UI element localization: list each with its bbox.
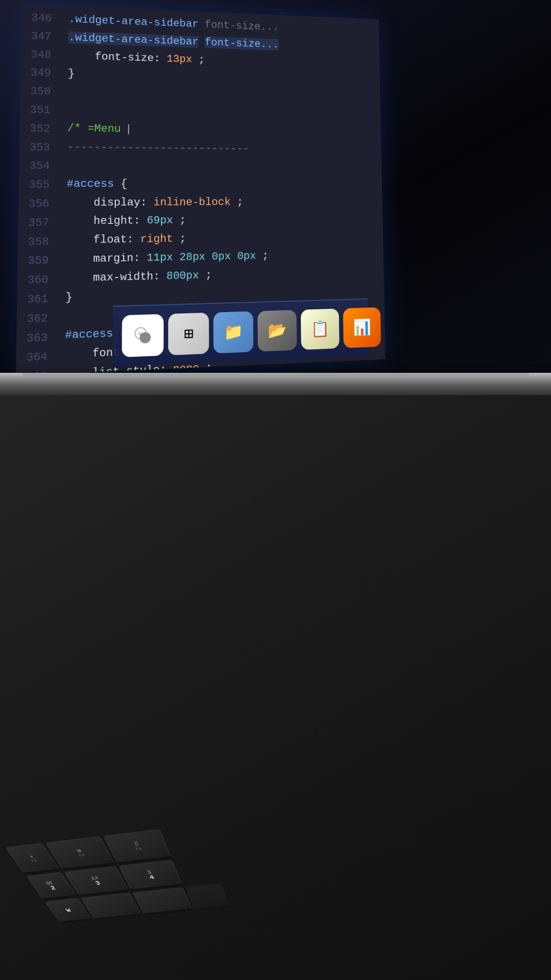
code-token: font-size: <box>68 49 166 64</box>
line-num-362: 362 <box>16 309 55 329</box>
line-num-349: 349 <box>20 63 59 83</box>
code-token: #access <box>67 178 114 190</box>
line-num-348: 348 <box>21 45 59 65</box>
line-num-363: 363 <box>16 328 55 349</box>
line-num-360: 360 <box>17 270 56 290</box>
line-num-353: 353 <box>19 138 58 157</box>
line-num-346: 346 <box>21 8 59 28</box>
code-token: ; <box>262 250 268 262</box>
line-num-350: 350 <box>20 82 58 102</box>
code-token: float: <box>66 233 140 246</box>
line-num-358: 358 <box>18 233 57 252</box>
code-line-353: ---------------------------- <box>67 138 373 159</box>
code-token: ; <box>205 269 212 281</box>
code-token: 11px 28px 0px 0px <box>147 250 256 264</box>
line-num-355: 355 <box>19 176 57 195</box>
key-f4[interactable]: ⠿ F4 <box>103 829 171 863</box>
code-token: ; <box>180 233 186 245</box>
dock-item-notes[interactable]: 📋 <box>301 308 339 350</box>
code-token: /* =Menu <box>67 122 121 135</box>
code-token: height: <box>66 214 147 227</box>
laptop-base: ✳ F2 ⊞ F3 ⠿ F4 @€ 2 £# <box>0 395 551 980</box>
code-token: 69px <box>147 214 173 227</box>
laptop-screen: 346 347 348 349 350 351 352 353 354 355 … <box>16 4 386 375</box>
code-line-355: #access { <box>67 175 374 194</box>
key-extra3[interactable] <box>185 883 228 909</box>
code-token: { <box>121 178 127 190</box>
mac-dock: ☺ ⊞ 📁 📂 📋 📊 📈 ▊ ⚙️ <box>112 299 369 367</box>
laptop-hinge <box>0 373 551 395</box>
code-token: max-width: <box>66 270 166 285</box>
code-token: ; <box>237 196 243 208</box>
key-extra1[interactable] <box>80 893 141 919</box>
code-token: display: <box>67 196 153 209</box>
code-token: 800px <box>166 269 199 282</box>
dock-item-finder[interactable]: ☺ <box>122 314 164 357</box>
line-num-364: 364 <box>16 348 55 368</box>
code-token: ---------------------------- <box>67 141 249 154</box>
code-token: .widget-area-sidebar <box>68 31 199 47</box>
key-4[interactable]: $ 4 <box>118 860 182 890</box>
line-num-347: 347 <box>21 27 59 46</box>
code-token: .widget-area-sidebar <box>68 13 198 30</box>
svg-text:☺: ☺ <box>138 331 142 337</box>
line-num-357: 357 <box>18 213 57 233</box>
code-token: } <box>66 291 73 304</box>
laptop-hinge-inner <box>22 373 529 376</box>
code-line-354 <box>67 157 374 176</box>
code-token: margin: <box>66 252 146 265</box>
dock-item-app-orange[interactable]: 📊 <box>343 307 381 348</box>
dock-item-folder1[interactable]: 📁 <box>213 311 253 353</box>
line-num-354: 354 <box>19 157 58 176</box>
code-token: ; <box>180 214 186 226</box>
code-token: inline-block <box>153 196 231 208</box>
code-token: font-size... <box>205 19 279 33</box>
line-num-361: 361 <box>17 289 56 310</box>
text-cursor <box>128 124 129 134</box>
code-token: } <box>68 68 75 80</box>
key-extra2[interactable] <box>132 887 192 914</box>
dock-item-launchpad[interactable]: ⊞ <box>168 312 209 355</box>
dock-item-folder2[interactable]: 📂 <box>257 310 297 352</box>
scene: 346 347 348 349 350 351 352 353 354 355 … <box>0 0 551 980</box>
line-num-359: 359 <box>17 251 56 271</box>
line-num-352: 352 <box>20 119 58 138</box>
code-token: ; <box>198 54 205 66</box>
keyboard-wrapper: ✳ F2 ⊞ F3 ⠿ F4 @€ 2 £# <box>0 746 551 954</box>
code-line-356: display: inline-block ; <box>67 193 374 213</box>
line-numbers: 346 347 348 349 350 351 352 353 354 355 … <box>16 4 59 375</box>
line-num-351: 351 <box>20 101 58 120</box>
code-token: 13px <box>167 53 193 65</box>
line-num-356: 356 <box>19 195 57 214</box>
code-token: right <box>140 233 173 245</box>
code-token: font-size... <box>205 36 279 51</box>
